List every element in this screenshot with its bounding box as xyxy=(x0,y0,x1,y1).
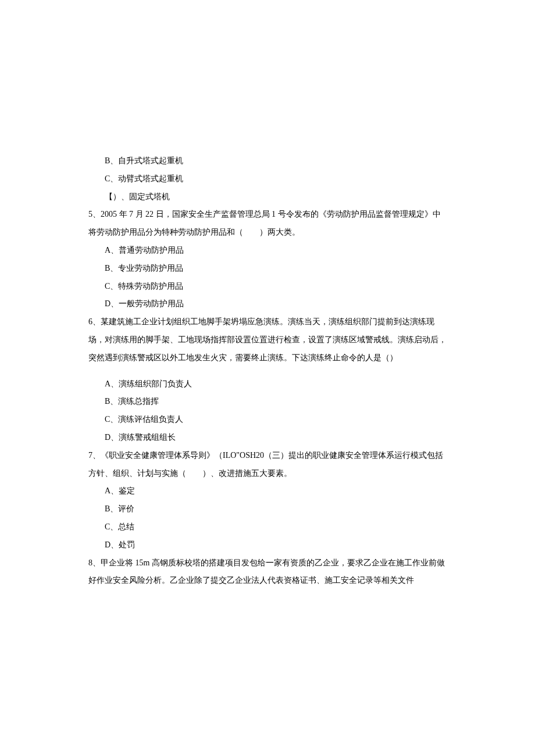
q5-option-b: B、专业劳动防护用品 xyxy=(88,260,447,278)
spacer xyxy=(88,367,447,375)
q7-option-c: C、总结 xyxy=(88,518,447,536)
document-page: B、自升式塔式起重机 C、动臂式塔式起重机 【）、固定式塔机 5、2005 年 … xyxy=(0,0,535,648)
q6-option-b: B、演练总指挥 xyxy=(88,393,447,411)
q5-stem: 5、2005 年 7 月 22 日，国家安全生产监督管理总局 1 号令发布的《劳… xyxy=(88,206,447,242)
q6-option-d: D、演练警戒组组长 xyxy=(88,429,447,447)
q6-option-c: C、演练评估组负责人 xyxy=(88,411,447,429)
q6-option-a: A、演练组织部门负责人 xyxy=(88,375,447,393)
q7-option-d: D、处罚 xyxy=(88,536,447,554)
q7-option-b: B、评价 xyxy=(88,500,447,518)
q8-stem: 8、甲企业将 15m 高钢质标校塔的搭建项目发包给一家有资质的乙企业，要求乙企业… xyxy=(88,554,447,590)
q5-option-c: C、特殊劳动防护用品 xyxy=(88,278,447,296)
q5-option-a: A、普通劳动防护用品 xyxy=(88,242,447,260)
q7-option-a: A、鉴定 xyxy=(88,482,447,500)
q6-stem: 6、某建筑施工企业计划组织工地脚手架坍塌应急演练。演练当天，演练组织部门提前到达… xyxy=(88,313,447,367)
q5-option-d: D、一般劳动防护用品 xyxy=(88,295,447,313)
q4-option-c: C、动臂式塔式起重机 xyxy=(88,170,447,188)
q4-option-d: 【）、固定式塔机 xyxy=(88,188,447,206)
q7-stem: 7、《职业安全健康管理体系导则》（ILO"OSH20（三）提出的职业健康安全管理… xyxy=(88,447,447,483)
q4-option-b: B、自升式塔式起重机 xyxy=(88,152,447,170)
